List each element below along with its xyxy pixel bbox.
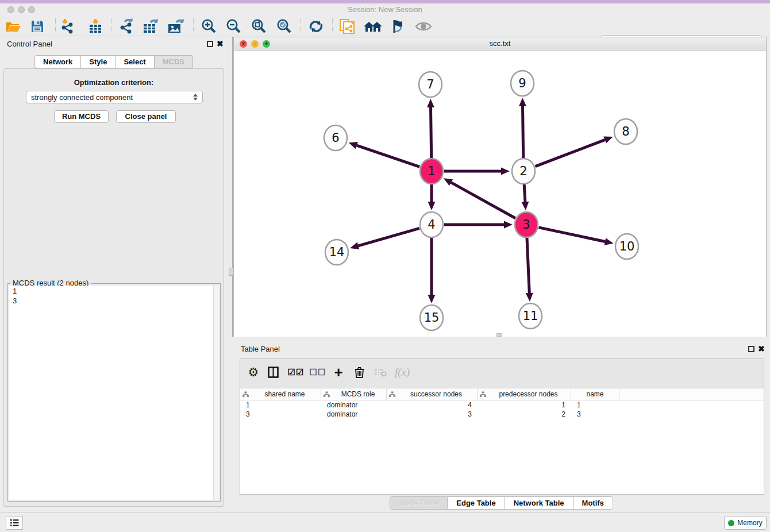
cell-shared-name[interactable]: 3 <box>240 410 321 419</box>
tab-network[interactable]: Network <box>34 55 81 68</box>
node-14[interactable]: 14 <box>325 240 348 265</box>
network-graph[interactable]: 7968124314101511 <box>234 51 766 337</box>
node-label: 7 <box>426 78 434 91</box>
cell-predecessor-nodes[interactable]: 2 <box>478 410 571 419</box>
edge-1-to-6[interactable] <box>357 145 419 167</box>
show-graphics-details-icon[interactable] <box>414 18 433 35</box>
network-minimize-icon[interactable]: - <box>251 40 259 48</box>
node-label: 4 <box>428 218 435 232</box>
network-resize-grip[interactable] <box>496 333 502 337</box>
cell-name[interactable]: 1 <box>571 400 619 410</box>
network-close-icon[interactable]: x <box>240 40 247 48</box>
tab-select[interactable]: Select <box>116 55 154 68</box>
export-network-icon[interactable] <box>116 18 136 35</box>
hide-graphics-details-icon[interactable] <box>388 18 407 35</box>
optimization-criterion-select[interactable]: strongly connected component <box>26 91 203 103</box>
node-15[interactable]: 15 <box>420 305 443 330</box>
table-settings-icon[interactable]: ⚙ <box>245 364 262 380</box>
import-network-icon[interactable] <box>57 18 77 35</box>
show-columns-icon[interactable] <box>264 364 282 380</box>
toolbar-separator <box>301 18 301 33</box>
node-table[interactable]: shared nameMCDS rolesuccessor nodesprede… <box>240 388 764 494</box>
column-header-successor-nodes[interactable]: successor nodes <box>387 388 478 400</box>
apply-layout-icon[interactable] <box>306 18 326 35</box>
table-row[interactable]: 3dominator323 <box>240 410 764 419</box>
column-header-predecessor-nodes[interactable]: predecessor nodes <box>478 388 571 400</box>
open-session-icon[interactable] <box>3 18 23 35</box>
edge-3-to-10[interactable] <box>538 228 605 242</box>
run-mcds-button[interactable]: Run MCDS <box>54 110 109 123</box>
network-maximize-icon[interactable]: + <box>263 40 270 48</box>
delete-column-icon[interactable] <box>351 364 368 380</box>
node-3[interactable]: 3 <box>515 212 538 237</box>
delete-table-icon[interactable] <box>371 364 390 380</box>
node-2[interactable]: 2 <box>512 159 535 184</box>
node-1[interactable]: 1 <box>420 159 443 184</box>
tab-node-table[interactable]: Node Table <box>390 496 448 510</box>
cell-predecessor-nodes[interactable]: 1 <box>478 400 571 410</box>
export-image-icon[interactable] <box>166 18 186 35</box>
column-header-name[interactable]: name <box>571 388 619 400</box>
zoom-fit-icon[interactable] <box>249 18 268 35</box>
maximize-window-button[interactable] <box>28 6 35 13</box>
close-panel-icon[interactable]: ✖ <box>217 41 224 47</box>
tab-mcds[interactable]: MCDS <box>155 55 193 68</box>
edge-3-to-11[interactable] <box>527 238 529 293</box>
table-row[interactable]: 1dominator411 <box>240 400 764 410</box>
tab-style[interactable]: Style <box>81 55 116 68</box>
cell-successor-nodes[interactable]: 3 <box>387 410 478 419</box>
node-9[interactable]: 9 <box>511 71 534 96</box>
cell-MCDS-role[interactable]: dominator <box>321 410 387 419</box>
panel-splitter[interactable] <box>231 37 233 337</box>
import-table-icon[interactable] <box>86 18 105 35</box>
edge-2-to-9[interactable] <box>523 106 523 158</box>
zoom-out-icon[interactable] <box>224 18 243 35</box>
node-10[interactable]: 10 <box>615 234 638 259</box>
node-label: 9 <box>518 76 526 90</box>
cell-MCDS-role[interactable]: dominator <box>321 400 387 410</box>
home-icon[interactable] <box>363 18 383 35</box>
memory-button[interactable]: Memory <box>724 516 767 530</box>
tab-network-table[interactable]: Network Table <box>505 496 573 510</box>
tab-edge-table[interactable]: Edge Table <box>448 496 505 510</box>
select-all-icon[interactable]: ☑☑ <box>286 364 306 380</box>
save-session-icon[interactable] <box>28 18 47 35</box>
edge-4-to-14[interactable] <box>358 228 419 245</box>
node-8[interactable]: 8 <box>614 119 637 144</box>
edge-3-to-1[interactable] <box>451 183 515 218</box>
optimization-criterion-label: Optimization criterion: <box>0 78 228 87</box>
column-header-MCDS-role[interactable]: MCDS role <box>321 388 387 400</box>
cell-successor-nodes[interactable]: 4 <box>387 400 478 410</box>
column-header-shared-name[interactable]: shared name <box>240 388 321 400</box>
tab-motifs[interactable]: Motifs <box>573 496 613 510</box>
edge-2-to-3[interactable] <box>524 184 525 202</box>
mcds-result-group: MCDS result (2 nodes) 13 <box>7 283 221 502</box>
mcds-result-text[interactable]: 13 <box>9 286 219 500</box>
network-window-titlebar[interactable]: x - + scc.txt <box>234 37 766 51</box>
deselect-all-icon[interactable]: ☐☐ <box>308 364 328 380</box>
zoom-in-icon[interactable] <box>199 18 218 35</box>
cell-name[interactable]: 3 <box>571 410 619 419</box>
mcds-result-scrollbar[interactable] <box>213 286 219 500</box>
float-panel-icon[interactable] <box>207 41 213 47</box>
network-window-title: scc.txt <box>234 37 766 50</box>
close-window-button[interactable] <box>7 6 14 13</box>
node-11[interactable]: 11 <box>519 303 542 329</box>
node-7[interactable]: 7 <box>419 72 442 97</box>
create-column-icon[interactable]: + <box>330 364 347 380</box>
close-table-panel-icon[interactable]: ✖ <box>758 346 765 352</box>
network-file-icon[interactable] <box>337 18 357 35</box>
close-panel-button[interactable]: Close panel <box>116 110 176 123</box>
edge-1-to-7[interactable] <box>431 107 432 158</box>
task-history-button[interactable] <box>6 516 23 530</box>
node-6[interactable]: 6 <box>324 125 347 151</box>
cell-shared-name[interactable]: 1 <box>240 400 321 410</box>
node-4[interactable]: 4 <box>420 212 443 237</box>
node-label: 8 <box>622 125 629 138</box>
function-builder-icon[interactable]: f(x) <box>392 364 413 380</box>
edge-2-to-8[interactable] <box>536 140 605 166</box>
export-table-icon[interactable] <box>141 18 160 35</box>
float-table-panel-icon[interactable] <box>748 346 754 352</box>
zoom-selected-icon[interactable] <box>274 18 294 35</box>
minimize-window-button[interactable] <box>18 6 25 13</box>
